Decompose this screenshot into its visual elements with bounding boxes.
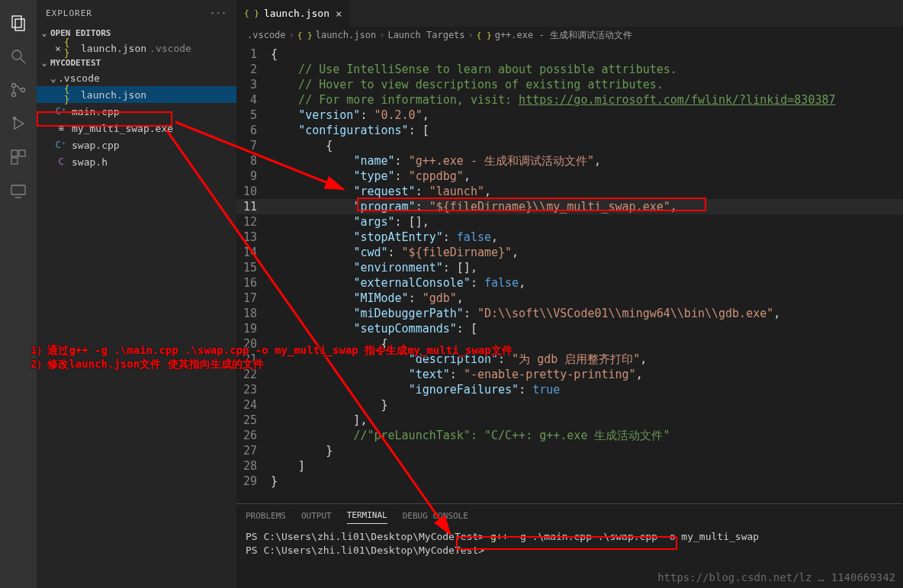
file-swap-h[interactable]: C swap.h — [37, 153, 236, 170]
tab-problems[interactable]: PROBLEMS — [246, 511, 286, 524]
close-icon[interactable]: × — [52, 43, 64, 54]
svg-rect-12 — [11, 185, 25, 194]
json-icon: { } — [64, 88, 76, 101]
activity-extensions[interactable] — [0, 140, 37, 174]
exe-icon: ≡ — [55, 122, 67, 134]
file-my-multi-swap-exe[interactable]: ≡ my_multi_swap.exe — [37, 120, 236, 137]
terminal-content[interactable]: PS C:\Users\zhi.li01\Desktop\MyCodeTest>… — [236, 530, 903, 557]
svg-rect-11 — [11, 158, 18, 164]
close-icon[interactable]: × — [336, 8, 342, 20]
tab-launch-json[interactable]: { } launch.json × — [236, 0, 349, 27]
svg-point-6 — [21, 88, 25, 92]
file-swap-cpp[interactable]: C⁺ swap.cpp — [37, 137, 236, 153]
cpp-icon: C⁺ — [55, 105, 67, 117]
svg-rect-9 — [11, 150, 18, 156]
svg-marker-7 — [14, 118, 24, 129]
open-editor-item[interactable]: × { } launch.json .vscode — [37, 40, 236, 56]
file-launch-json[interactable]: { } launch.json — [37, 86, 236, 103]
explorer-title: EXPLORER — [46, 8, 92, 18]
code-editor[interactable]: 1{2 // Use IntelliSense to learn about p… — [236, 43, 903, 489]
svg-point-5 — [12, 93, 16, 97]
more-icon[interactable]: ··· — [210, 8, 227, 18]
chevron-down-icon: ⌄ — [49, 72, 58, 84]
chevron-down-icon: ⌄ — [40, 58, 49, 68]
activity-debug[interactable] — [0, 107, 37, 140]
activity-search[interactable] — [0, 40, 37, 73]
h-icon: C — [55, 156, 67, 168]
activity-explorer[interactable] — [0, 6, 37, 40]
editor-area: { } launch.json × .vscode› { }launch.jso… — [236, 0, 903, 503]
tab-debug-console[interactable]: DEBUG CONSOLE — [403, 511, 468, 524]
activity-remote[interactable] — [0, 174, 37, 207]
svg-rect-10 — [19, 150, 25, 156]
tab-terminal[interactable]: TERMINAL — [347, 510, 387, 524]
open-editor-filename: launch.json — [81, 43, 146, 54]
folder-root[interactable]: ⌄ MYCODETEST — [37, 56, 236, 69]
svg-line-3 — [21, 59, 25, 63]
tab-output[interactable]: OUTPUT — [301, 511, 332, 524]
svg-point-4 — [12, 84, 16, 88]
activity-scm[interactable] — [0, 73, 37, 107]
svg-rect-1 — [15, 19, 24, 31]
chevron-down-icon: ⌄ — [40, 28, 49, 38]
breadcrumbs[interactable]: .vscode› { }launch.json› Launch Targets›… — [236, 27, 903, 43]
watermark: https://blog.csdn.net/lz … 1140669342 — [657, 571, 895, 583]
annotation-text: 1）通过g++ -g .\main.cpp .\swap.cpp -o my_m… — [31, 343, 513, 371]
json-icon: { } — [297, 31, 313, 40]
file-main-cpp[interactable]: C⁺ main.cpp — [37, 103, 236, 120]
svg-point-2 — [12, 50, 21, 59]
editor-tabs: { } launch.json × — [236, 0, 903, 27]
svg-rect-0 — [12, 16, 21, 27]
json-icon: { } — [64, 42, 76, 54]
open-editor-dir: .vscode — [149, 43, 191, 54]
json-icon: { } — [244, 8, 259, 18]
json-icon: { } — [477, 31, 492, 40]
cpp-icon: C⁺ — [55, 139, 67, 151]
explorer-sidebar: EXPLORER ··· ⌄ OPEN EDITORS × { } launch… — [37, 0, 236, 588]
